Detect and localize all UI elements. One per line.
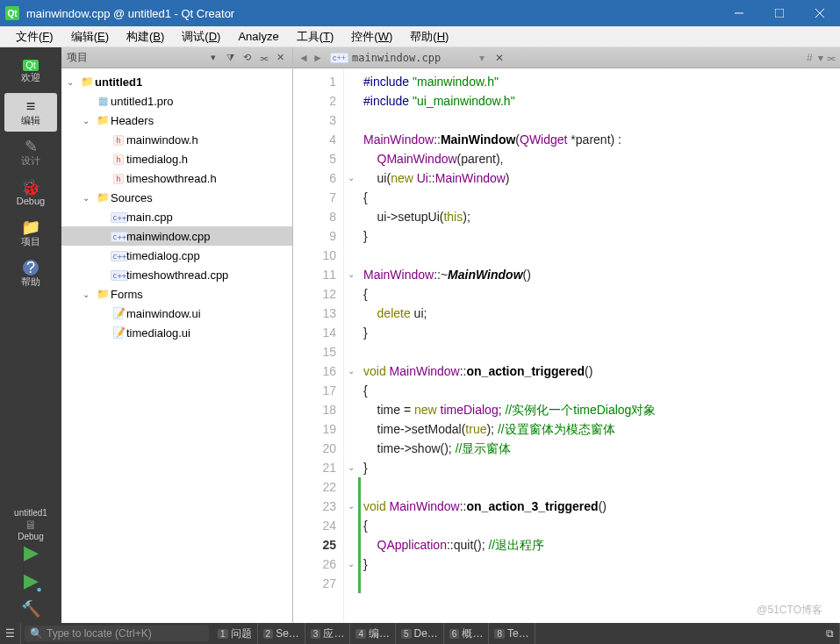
output-pane-3[interactable]: 3应…: [305, 623, 351, 644]
sidebar-welcome[interactable]: Qt欢迎: [4, 53, 57, 91]
fold-marker[interactable]: ⌄: [344, 555, 358, 574]
line-number[interactable]: 20: [293, 439, 336, 458]
code-line[interactable]: }: [358, 226, 840, 246]
line-number[interactable]: 19: [293, 419, 336, 439]
line-number[interactable]: 27: [293, 574, 336, 593]
code-line[interactable]: QApplication::quit(); //退出程序: [358, 535, 840, 555]
code-line[interactable]: #include "mainwindow.h": [358, 72, 840, 91]
locate-input[interactable]: 🔍 Type to locate (Ctrl+K): [25, 626, 209, 641]
code-line[interactable]: ui->setupUi(this);: [358, 207, 840, 226]
code-line[interactable]: {: [358, 516, 840, 535]
line-number[interactable]: 8: [293, 207, 336, 226]
progress-toggle[interactable]: ⧉: [821, 623, 840, 644]
line-number[interactable]: 15: [293, 342, 336, 361]
nav-back-icon[interactable]: ◄: [297, 52, 311, 64]
code-line[interactable]: [358, 342, 840, 361]
code-line[interactable]: void MainWindow::on_action_triggered(): [358, 361, 840, 381]
code-line[interactable]: [358, 246, 840, 265]
menu-item-3[interactable]: 调试(D): [173, 26, 229, 47]
menu-item-5[interactable]: 工具(T): [288, 26, 343, 47]
fold-marker[interactable]: ⌄: [344, 497, 358, 516]
line-number[interactable]: 21: [293, 458, 336, 477]
target-selector[interactable]: untitled1 🖥 Debug: [4, 512, 57, 537]
tree-item[interactable]: 📝timedialog.ui: [61, 323, 292, 342]
line-number[interactable]: 23: [293, 497, 336, 516]
code-line[interactable]: MainWindow::~MainWindow(): [358, 265, 840, 284]
run-button[interactable]: ▶: [4, 540, 57, 565]
output-pane-5[interactable]: 5De…: [396, 623, 444, 644]
tree-item[interactable]: c++mainwindow.cpp: [61, 226, 292, 246]
line-number[interactable]: 26: [293, 555, 336, 574]
build-button[interactable]: 🔨: [4, 597, 57, 621]
line-number[interactable]: 13: [293, 304, 336, 323]
tree-item[interactable]: 📝mainwindow.ui: [61, 304, 292, 323]
line-number[interactable]: 7: [293, 188, 336, 207]
line-number[interactable]: 5: [293, 149, 336, 168]
line-number[interactable]: 3: [293, 111, 336, 130]
output-pane-8[interactable]: 8Te…: [489, 623, 535, 644]
tree-item[interactable]: ⌄📁Headers: [61, 111, 292, 130]
code-line[interactable]: void MainWindow::on_action_3_triggered(): [358, 497, 840, 516]
line-number[interactable]: 14: [293, 323, 336, 342]
code-line[interactable]: [358, 574, 840, 593]
chevron-icon[interactable]: ⌄: [83, 116, 95, 125]
editor-split-icon[interactable]: ▾ ⫘: [818, 52, 836, 64]
tree-item[interactable]: ⌄📁Forms: [61, 284, 292, 304]
run-debug-button[interactable]: ▶●: [4, 569, 57, 593]
close-tab-icon[interactable]: ✕: [495, 52, 504, 64]
code-line[interactable]: ui(new Ui::MainWindow): [358, 168, 840, 188]
line-number[interactable]: 17: [293, 381, 336, 400]
code-line[interactable]: QMainWindow(parent),: [358, 149, 840, 168]
tree-item[interactable]: c++main.cpp: [61, 207, 292, 226]
fold-marker[interactable]: ⌄: [344, 168, 358, 188]
chevron-icon[interactable]: ⌄: [67, 77, 79, 87]
line-number[interactable]: 24: [293, 516, 336, 535]
output-pane-2[interactable]: 2Se…: [258, 623, 305, 644]
line-number[interactable]: 25: [293, 535, 336, 555]
code-line[interactable]: [358, 111, 840, 130]
code-line[interactable]: #include "ui_mainwindow.h": [358, 91, 840, 111]
funnel-icon[interactable]: ⧩: [223, 51, 237, 65]
sidebar-projects[interactable]: 📁项目: [4, 214, 57, 253]
tree-item[interactable]: hmainwindow.h: [61, 130, 292, 149]
tree-item[interactable]: ⌄📁Sources: [61, 188, 292, 207]
editor-context-selector[interactable]: #: [807, 52, 818, 64]
close-button[interactable]: [800, 0, 840, 26]
line-number[interactable]: 18: [293, 400, 336, 419]
line-number[interactable]: 6: [293, 168, 336, 188]
menu-item-7[interactable]: 帮助(H): [401, 26, 457, 47]
fold-marker[interactable]: ⌄: [344, 265, 358, 284]
split-icon[interactable]: ⫘: [256, 51, 270, 65]
tree-item[interactable]: htimeshowthread.h: [61, 168, 292, 188]
tree-item[interactable]: c++timeshowthread.cpp: [61, 265, 292, 284]
sidebar-toggle[interactable]: ☰: [0, 623, 21, 644]
output-pane-6[interactable]: 6概…: [444, 623, 490, 644]
code-line[interactable]: time->setModal(true); //设置窗体为模态窗体: [358, 419, 840, 439]
code-line[interactable]: }: [358, 323, 840, 342]
code-line[interactable]: time = new timeDialog; //实例化一个timeDialog…: [358, 400, 840, 419]
line-number[interactable]: 10: [293, 246, 336, 265]
code-line[interactable]: {: [358, 381, 840, 400]
sidebar-design[interactable]: ✎设计: [4, 133, 57, 172]
chevron-icon[interactable]: ⌄: [83, 290, 95, 299]
line-number[interactable]: 1: [293, 72, 336, 91]
line-number[interactable]: 9: [293, 226, 336, 246]
menu-item-2[interactable]: 构建(B): [118, 26, 173, 47]
sidebar-edit[interactable]: ≡编辑: [4, 93, 57, 132]
line-number[interactable]: 4: [293, 130, 336, 149]
output-pane-4[interactable]: 4编…: [350, 623, 396, 644]
editor-tab[interactable]: c++ mainwindow.cpp ▾: [325, 50, 490, 66]
code-line[interactable]: time->show(); //显示窗体: [358, 439, 840, 458]
code-line[interactable]: {: [358, 284, 840, 304]
minimize-button[interactable]: [719, 0, 759, 26]
sidebar-help[interactable]: ?帮助: [4, 254, 57, 293]
code-line[interactable]: }: [358, 555, 840, 574]
code-line[interactable]: delete ui;: [358, 304, 840, 323]
line-number[interactable]: 16: [293, 361, 336, 381]
chevron-icon[interactable]: ⌄: [83, 193, 95, 203]
fold-marker[interactable]: ⌄: [344, 458, 358, 477]
code-line[interactable]: MainWindow::MainWindow(QWidget *parent) …: [358, 130, 840, 149]
sync-icon[interactable]: ⟲: [240, 51, 254, 65]
nav-fwd-icon[interactable]: ►: [311, 52, 325, 64]
tree-item[interactable]: c++timedialog.cpp: [61, 246, 292, 265]
